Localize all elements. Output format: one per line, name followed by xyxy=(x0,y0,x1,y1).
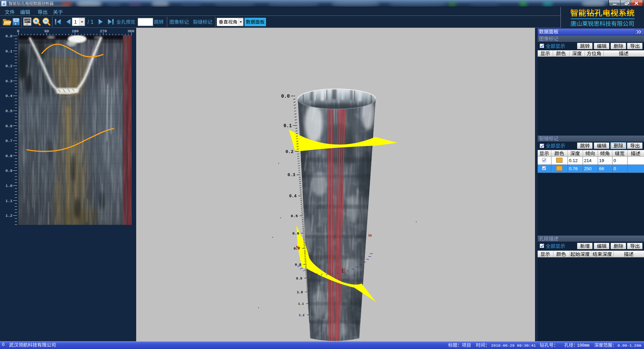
svg-text:0.3: 0.3 xyxy=(287,172,295,178)
svg-text:0.7: 0.7 xyxy=(293,247,300,251)
svg-text:0.2: 0.2 xyxy=(5,64,12,68)
svg-text:180: 180 xyxy=(72,29,79,33)
svg-text:0.2: 0.2 xyxy=(285,149,293,154)
svg-text:1.2: 1.2 xyxy=(299,313,305,317)
svg-text:1.1: 1.1 xyxy=(298,302,304,306)
svg-text:1: 1 xyxy=(74,19,77,24)
svg-text:0: 0 xyxy=(17,29,19,33)
svg-text:0.0: 0.0 xyxy=(5,34,12,38)
svg-text:1.0: 1.0 xyxy=(297,291,303,294)
svg-text:360: 360 xyxy=(127,29,135,33)
svg-text:1.1: 1.1 xyxy=(5,199,12,203)
svg-text:0.8: 0.8 xyxy=(5,154,12,158)
svg-text:0.4: 0.4 xyxy=(5,94,12,98)
svg-text:1.0: 1.0 xyxy=(5,184,12,188)
svg-text:0.5: 0.5 xyxy=(291,214,298,218)
svg-text:0.6: 0.6 xyxy=(5,124,12,128)
svg-text:1.2: 1.2 xyxy=(5,213,12,218)
svg-text:0.8: 0.8 xyxy=(295,263,301,267)
svg-text:270: 270 xyxy=(100,29,107,33)
svg-text:0.1: 0.1 xyxy=(5,49,12,53)
svg-text:0.4: 0.4 xyxy=(289,194,297,199)
svg-text:0.5: 0.5 xyxy=(5,109,12,113)
svg-text:90: 90 xyxy=(44,29,49,33)
svg-text:0.6: 0.6 xyxy=(292,232,299,236)
svg-text:/ 1: / 1 xyxy=(88,19,94,25)
svg-text:0.3: 0.3 xyxy=(5,79,12,83)
svg-text:0.9: 0.9 xyxy=(296,277,302,281)
svg-text:0.1: 0.1 xyxy=(283,123,292,129)
svg-text:0.0: 0.0 xyxy=(281,94,290,99)
svg-text:0.7: 0.7 xyxy=(5,139,12,143)
svg-text:E: E xyxy=(341,268,345,273)
svg-text:0.9: 0.9 xyxy=(5,168,12,173)
svg-text:S: S xyxy=(367,234,373,238)
